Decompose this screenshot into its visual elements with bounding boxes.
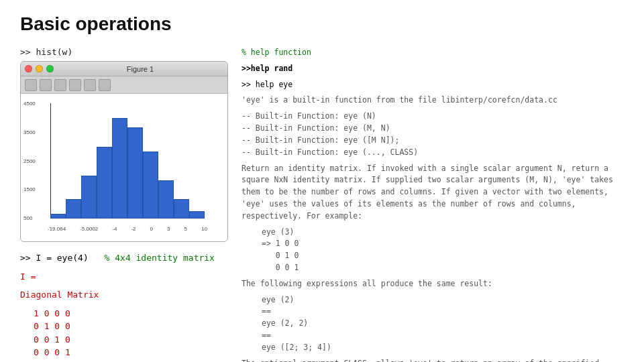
histogram-bar-0 — [50, 214, 66, 219]
close-button[interactable] — [25, 65, 32, 72]
page-title: Basic operations — [20, 13, 624, 35]
figure-content: 4500 3500 2500 1500 500 -19.064 -5.000 — [21, 94, 227, 241]
toolbar-btn-3[interactable] — [54, 79, 66, 91]
histogram-bar-9 — [189, 211, 205, 219]
toolbar-btn-2[interactable] — [40, 79, 52, 91]
builtin-line-2: -- Built-in Function: eye ([M N]); — [241, 135, 624, 147]
identity-matrix: 1 0 0 0 0 1 0 0 0 0 1 0 0 0 0 1 — [20, 307, 228, 359]
histogram-bar-8 — [174, 199, 189, 219]
matrix-row-2: 0 0 1 0 — [34, 333, 228, 347]
equiv-cmd-1: == — [262, 306, 624, 318]
var-label: I = — [20, 270, 228, 284]
diag-label: Diagonal Matrix — [20, 288, 228, 302]
example1-r2: 0 1 0 — [262, 250, 624, 262]
figure-title: Figure 1 — [57, 65, 223, 73]
builtin-line-0: -- Built-in Function: eye (N) — [241, 111, 624, 123]
builtin-line-1: -- Built-in Function: eye (M, N) — [241, 123, 624, 135]
histogram-bar-4 — [112, 118, 127, 219]
histogram-bar-5 — [127, 127, 143, 219]
histogram-bar-7 — [158, 180, 174, 219]
histogram-bar-2 — [81, 176, 97, 219]
x-axis-labels: -19.064 -5.0002 -4 -2 0 3 5 10 — [48, 226, 207, 232]
y-axis — [50, 103, 51, 219]
left-panel: >> hist(w) Figure 1 4500 — [20, 47, 228, 362]
matrix-row-0: 1 0 0 0 — [34, 307, 228, 320]
maximize-button[interactable] — [46, 65, 54, 72]
histogram-bar-6 — [143, 152, 158, 219]
figure-titlebar: Figure 1 — [21, 62, 227, 76]
matrix-row-1: 0 1 0 0 — [34, 320, 228, 333]
histogram-bar-3 — [97, 147, 112, 219]
figure-toolbar — [21, 76, 227, 94]
figure-window: Figure 1 4500 3500 2500 1500 500 — [20, 61, 228, 242]
help-section: % help function >>help rand >> help eye … — [241, 47, 624, 362]
example1: eye (3) => 1 0 0 0 1 0 0 0 1 — [241, 227, 624, 274]
equiv-cmd-0: eye (2) — [262, 294, 624, 306]
toolbar-btn-6[interactable] — [99, 79, 111, 91]
eye-code-block: >> I = eye(4) % 4x4 identity matrix — [20, 251, 228, 265]
equiv-cmd-4: eye ([2; 3; 4]) — [262, 342, 624, 354]
help-rand-cmd: >>help rand — [241, 63, 624, 75]
toolbar-btn-1[interactable] — [25, 79, 37, 91]
equivalent-intro: The following expressions all produce th… — [241, 278, 624, 290]
matrix-row-3: 0 0 0 1 — [34, 346, 228, 359]
help-comment: % help function — [241, 47, 624, 59]
builtin-lines: -- Built-in Function: eye (N)-- Built-in… — [241, 111, 624, 158]
help-eye-cmd: >> help eye — [241, 79, 624, 91]
right-panel: % help function >>help rand >> help eye … — [241, 47, 624, 362]
equiv-cmds: eye (2)==eye (2, 2)==eye ([2; 3; 4]) — [241, 294, 624, 354]
example1-r3: 0 0 1 — [262, 262, 624, 274]
example1-cmd: eye (3) — [262, 227, 624, 239]
example1-r1: => 1 0 0 — [262, 238, 624, 250]
optional-desc: The optional argument CLASS, allows 'eye… — [241, 358, 624, 362]
histogram-bar-1 — [66, 199, 81, 219]
eye-comment: % 4x4 identity matrix — [105, 253, 215, 263]
eye-description-line1: 'eye' is a built-in function from the fi… — [241, 95, 624, 107]
hist-prompt: >> hist(w) — [20, 47, 228, 57]
desc-para1: Return an identity matrix. If invoked wi… — [241, 163, 624, 223]
equiv-cmd-3: == — [262, 330, 624, 342]
toolbar-btn-4[interactable] — [69, 79, 81, 91]
builtin-line-3: -- Built-in Function: eye (..., CLASS) — [241, 147, 624, 159]
toolbar-btn-5[interactable] — [84, 79, 96, 91]
minimize-button[interactable] — [36, 65, 43, 72]
equiv-cmd-2: eye (2, 2) — [262, 318, 624, 330]
eye-prompt: >> I = eye(4) — [20, 253, 89, 263]
histogram-chart — [23, 97, 225, 239]
